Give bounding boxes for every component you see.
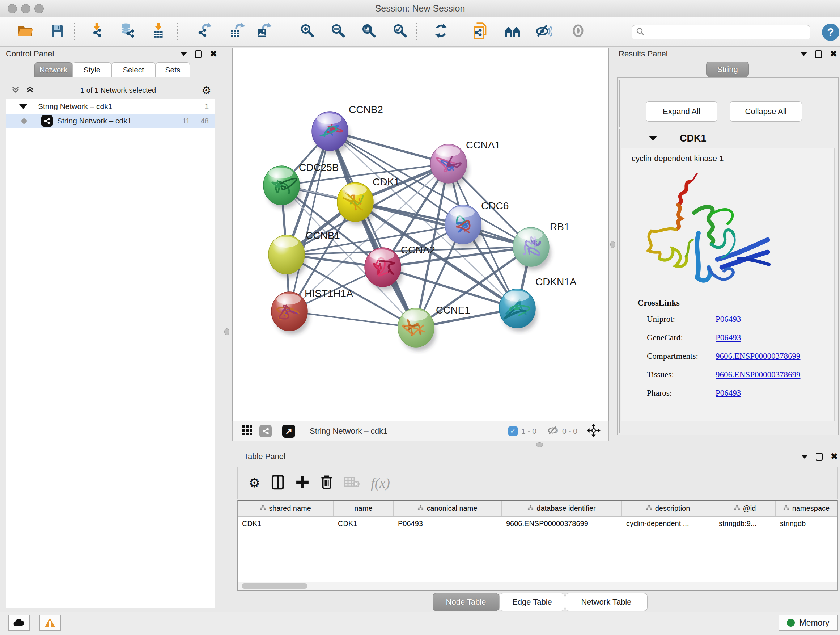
cloud-icon [13, 618, 25, 627]
splitter-handle[interactable] [536, 442, 543, 447]
node-CDC6[interactable]: CDC6 [445, 200, 508, 248]
network-collection-row[interactable]: String Network – cdk1 1 [6, 99, 215, 114]
panel-float-icon[interactable] [195, 50, 202, 58]
crosslink-link[interactable]: P06493 [715, 315, 741, 324]
cell-shared-name[interactable]: CDK1 [238, 516, 333, 530]
horizontal-scrollbar[interactable] [238, 582, 837, 590]
cell-name[interactable]: CDK1 [333, 516, 393, 530]
open-session-button[interactable] [14, 20, 37, 43]
section-expander-icon[interactable] [649, 136, 657, 141]
cell-namespace[interactable]: stringdb [775, 516, 837, 530]
crosslinks-list: Uniprot: P06493GeneCard: P06493Compartme… [647, 310, 834, 402]
network-view-icon[interactable] [259, 425, 272, 437]
splitter-handle[interactable] [224, 328, 229, 335]
panel-collapse-icon[interactable] [180, 52, 187, 56]
search-box[interactable] [632, 25, 810, 40]
column-header-database-identifier[interactable]: database identifier [502, 501, 622, 516]
node-count: 11 [182, 117, 190, 125]
column-header-namespace[interactable]: namespace [775, 501, 837, 516]
export-image-button[interactable] [253, 20, 276, 43]
export-table-button[interactable] [226, 20, 249, 43]
network-options-gear-icon[interactable]: ⚙ [202, 84, 211, 97]
column-header-description[interactable]: description [622, 501, 714, 516]
expand-all-button[interactable]: Expand All [646, 101, 717, 122]
cloud-button[interactable] [8, 615, 30, 631]
tab-edge-table[interactable]: Edge Table [499, 593, 565, 611]
zoom-fit-content-button[interactable] [357, 20, 381, 43]
tree-expander-icon[interactable] [19, 104, 27, 109]
panel-close-icon[interactable]: ✖ [210, 50, 217, 57]
export-network-button[interactable] [193, 20, 216, 43]
network-row[interactable]: String Network – cdk1 11 48 [6, 114, 215, 128]
grid-view-icon[interactable] [242, 425, 253, 437]
panel-close-icon[interactable]: ✖ [831, 453, 838, 460]
panel-float-icon[interactable] [815, 50, 822, 58]
node-HIST1H1A[interactable]: HIST1H1A [271, 288, 353, 334]
hide-selected-button[interactable] [532, 20, 555, 43]
create-column-icon[interactable] [295, 475, 309, 491]
import-network-from-database-button[interactable] [116, 20, 139, 43]
panel-collapse-icon[interactable] [801, 52, 807, 56]
table-options-gear-icon[interactable]: ⚙ [248, 475, 260, 491]
column-header-canonical-name[interactable]: canonical name [393, 501, 502, 516]
tab-style[interactable]: Style [73, 62, 111, 78]
selected-checkbox-icon[interactable]: ✓ [508, 426, 518, 436]
zoom-in-button[interactable] [296, 20, 319, 43]
expand-all-networks-icon[interactable] [25, 85, 35, 96]
node-CCNE1[interactable]: CCNE1 [398, 304, 470, 351]
gene-section-header[interactable]: CDK1 [620, 129, 836, 148]
network-graph[interactable]: CCNB2CCNA1CDC25BCDK1CDC6RB1CCNB1CCNA2CDK… [233, 48, 608, 421]
delete-column-trash-icon[interactable] [320, 475, 333, 491]
column-type-icon [260, 504, 266, 513]
panel-float-icon[interactable] [816, 453, 823, 461]
column-header-shared-name[interactable]: shared name [238, 501, 333, 516]
control-panel-tabs: NetworkStyleSelectSets [34, 62, 190, 78]
show-overview-button[interactable] [501, 20, 524, 43]
search-input[interactable] [645, 28, 798, 37]
update-network-button[interactable] [429, 20, 453, 43]
edge-CCNB2-HIST1H1A[interactable] [289, 131, 330, 311]
tab-sets[interactable]: Sets [156, 62, 190, 78]
show-all-hidden-button[interactable] [567, 20, 590, 43]
column-header--id[interactable]: @id [714, 501, 775, 516]
network-canvas[interactable]: CCNB2CCNA1CDC25BCDK1CDC6RB1CCNB1CCNA2CDK… [232, 48, 609, 421]
scrollbar-thumb[interactable] [242, 583, 308, 589]
detach-view-icon[interactable]: ↗ [282, 424, 295, 438]
tab-network[interactable]: Network [34, 62, 73, 78]
import-table-from-file-button[interactable] [147, 20, 170, 43]
pan-move-icon[interactable] [587, 424, 600, 439]
column-header-name[interactable]: name [333, 501, 393, 516]
warnings-button[interactable] [39, 615, 61, 631]
help-button[interactable]: ? [822, 24, 839, 41]
duplicate-network-button[interactable] [469, 20, 493, 43]
tab-node-table[interactable]: Node Table [433, 593, 499, 611]
save-session-button[interactable] [46, 20, 69, 43]
cell-canonical-name[interactable]: P06493 [393, 516, 502, 530]
cell-description[interactable]: cyclin-dependent ... [622, 516, 714, 530]
import-network-from-file-button[interactable] [85, 20, 109, 43]
node-CDKN1A[interactable]: CDKN1A [499, 276, 576, 332]
node-RB1[interactable]: RB1 [513, 221, 569, 270]
zoom-selected-region-button[interactable] [388, 20, 412, 43]
tab-network-table[interactable]: Network Table [565, 593, 647, 611]
collapse-all-button[interactable]: Collapse All [729, 101, 802, 122]
zoom-out-button[interactable] [327, 20, 350, 43]
panel-collapse-icon[interactable] [801, 455, 808, 459]
tab-select[interactable]: Select [111, 62, 156, 78]
cell-database-identifier[interactable]: 9606.ENSP00000378699 [502, 516, 622, 530]
node-gloss [370, 249, 394, 260]
collapse-all-networks-icon[interactable] [11, 85, 20, 96]
splitter-handle[interactable] [610, 241, 615, 248]
show-columns-icon[interactable] [271, 475, 285, 491]
cell--id[interactable]: stringdb:9... [714, 516, 775, 530]
crosslink-link[interactable]: 9606.ENSP00000378699 [715, 370, 801, 379]
crosslink-link[interactable]: P06493 [715, 333, 741, 342]
crosslink-link[interactable]: 9606.ENSP00000378699 [715, 352, 801, 361]
node-gloss [518, 229, 543, 240]
node-CCNB2[interactable]: CCNB2 [312, 104, 383, 154]
crosslink-link[interactable]: P06493 [715, 388, 741, 398]
tab-string[interactable]: String [706, 62, 749, 77]
panel-close-icon[interactable]: ✖ [830, 50, 837, 57]
table-row[interactable]: CDK1CDK1P064939606.ENSP00000378699cyclin… [238, 516, 837, 530]
memory-button[interactable]: Memory [778, 615, 838, 631]
